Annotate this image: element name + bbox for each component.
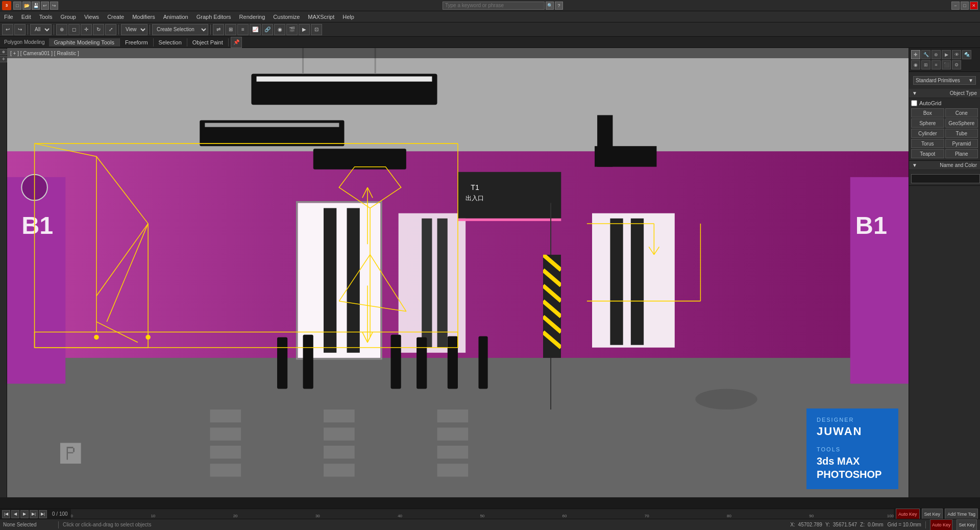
close-btn[interactable]: ✕ [970, 2, 978, 10]
tick-0: 0 [71, 514, 73, 518]
rp-tab-display[interactable]: 👁 [952, 50, 961, 59]
rp-tab-extra3[interactable]: ≡ [932, 60, 941, 69]
new-btn[interactable]: □ [13, 2, 21, 10]
render-setup-btn[interactable]: 🎬 [286, 24, 298, 35]
viewport-header: [ + ] [ Camera001 ] [ Realistic ] [7, 48, 909, 58]
undo-toolbar-btn[interactable]: ↩ [2, 24, 13, 35]
menu-views[interactable]: Views [80, 13, 103, 21]
name-color-header[interactable]: ▼ Name and Color [909, 161, 980, 170]
left-sidebar: ⊕ ✛ [0, 48, 7, 497]
menu-maxscript[interactable]: MAXScript [304, 13, 338, 21]
menu-animation[interactable]: Animation [159, 13, 192, 21]
align-btn[interactable]: ⊞ [225, 24, 236, 35]
create-selection-dropdown[interactable]: Create Selection [152, 24, 208, 35]
menu-help[interactable]: Help [338, 13, 358, 21]
help-icon[interactable]: ? [555, 2, 563, 10]
undo-btn[interactable]: ↩ [41, 2, 49, 10]
tab-freeform[interactable]: Freeform [120, 38, 154, 46]
auto-key-btn[interactable]: Auto Key [896, 509, 920, 520]
rp-tab-extra4[interactable]: ⬛ [942, 60, 951, 69]
cylinder-btn[interactable]: Cylinder [911, 129, 944, 138]
tab-selection[interactable]: Selection [154, 38, 187, 46]
rp-tab-create[interactable]: ✚ [911, 50, 920, 59]
menu-edit[interactable]: Edit [17, 13, 35, 21]
rp-tab-extra1[interactable]: ◉ [911, 60, 920, 69]
scale-btn[interactable]: ⤢ [105, 24, 116, 35]
goto-start-btn[interactable]: |◀ [2, 510, 10, 518]
torus-btn[interactable]: Torus [911, 139, 944, 148]
rotate-btn[interactable]: ↻ [93, 24, 104, 35]
x-value: 45702.789 [798, 522, 822, 527]
menu-file[interactable]: File [0, 13, 17, 21]
search-input[interactable] [443, 2, 545, 10]
open-btn[interactable]: 📂 [22, 2, 31, 10]
tick-100: 100 [887, 514, 894, 518]
pin-btn[interactable]: 📌 [231, 37, 242, 48]
object-type-header[interactable]: ▼ Object Type [909, 89, 980, 98]
goto-end-btn[interactable]: ▶| [39, 510, 47, 518]
box-btn[interactable]: Box [911, 108, 944, 117]
timeline-track[interactable]: 0 10 20 30 40 50 60 70 80 90 100 [71, 509, 894, 519]
rp-tab-modify[interactable]: 🔧 [921, 50, 930, 59]
plane-btn[interactable]: Plane [945, 149, 978, 158]
object-name-input[interactable] [911, 174, 980, 183]
svg-rect-36 [458, 219, 561, 221]
add-time-tag-btn[interactable]: Add Time Tag [945, 509, 978, 520]
schematic-btn[interactable]: 🔗 [262, 24, 273, 35]
name-color-expand-icon: ▼ [912, 162, 917, 168]
rp-tab-motion[interactable]: ▶ [942, 50, 951, 59]
rp-tab-hierarchy[interactable]: ⊕ [932, 50, 941, 59]
view-dropdown[interactable]: View [121, 24, 148, 35]
svg-rect-64 [210, 409, 241, 422]
rp-tab-extra2[interactable]: ⊞ [921, 60, 930, 69]
rp-tab-extra5[interactable]: ⚙ [952, 60, 961, 69]
standard-primitives-dropdown[interactable]: Standard Primitives ▼ [913, 76, 976, 85]
menu-modifiers[interactable]: Modifiers [128, 13, 159, 21]
svg-rect-75 [437, 464, 469, 476]
tick-80: 80 [727, 514, 731, 518]
toolbar-sep-4 [150, 25, 150, 35]
redo-toolbar-btn[interactable]: ↪ [14, 24, 26, 35]
next-frame-btn[interactable]: ▶| [30, 510, 38, 518]
set-key-btn[interactable]: Set Key [922, 509, 943, 520]
move-btn[interactable]: ✛ [81, 24, 92, 35]
tab-graphite-modeling[interactable]: Graphite Modeling Tools [49, 38, 120, 46]
viewport-canvas[interactable]: B1 B1 [7, 48, 909, 497]
redo-btn[interactable]: ↪ [50, 2, 58, 10]
menu-create[interactable]: Create [103, 13, 128, 21]
search-icon[interactable]: 🔍 [546, 2, 554, 10]
layer-btn[interactable]: ≡ [237, 24, 249, 35]
autogrid-checkbox[interactable] [911, 100, 917, 106]
pyramid-btn[interactable]: Pyramid [945, 139, 978, 148]
sphere-btn[interactable]: Sphere [911, 118, 944, 128]
viewport[interactable]: [ + ] [ Camera001 ] [ Realistic ] [7, 48, 909, 497]
render-last-btn[interactable]: ⊡ [311, 24, 322, 35]
tick-40: 40 [398, 514, 402, 518]
teapot-btn[interactable]: Teapot [911, 149, 944, 158]
menu-group[interactable]: Group [56, 13, 80, 21]
render-btn[interactable]: ▶ [299, 24, 310, 35]
setkey-status-btn[interactable]: Set Key [957, 519, 977, 531]
rp-tab-utilities[interactable]: 🔩 [962, 50, 971, 59]
curve-editor-btn[interactable]: 📈 [250, 24, 261, 35]
mirror-btn[interactable]: ⇌ [213, 24, 224, 35]
save-btn[interactable]: 💾 [32, 2, 40, 10]
menu-rendering[interactable]: Rendering [235, 13, 270, 21]
tab-object-paint[interactable]: Object Paint [187, 38, 229, 46]
maximize-btn[interactable]: □ [961, 2, 969, 10]
menu-graph-editors[interactable]: Graph Editors [192, 13, 235, 21]
cone-btn[interactable]: Cone [945, 108, 978, 117]
menu-customize[interactable]: Customize [269, 13, 304, 21]
minimize-btn[interactable]: − [951, 2, 960, 10]
autokey-status-btn[interactable]: Auto Key [930, 519, 953, 531]
prev-frame-btn[interactable]: ◀ [11, 510, 19, 518]
tube-btn[interactable]: Tube [945, 129, 978, 138]
select-region-btn[interactable]: ◻ [68, 24, 80, 35]
svg-rect-15 [850, 177, 909, 384]
filter-dropdown[interactable]: All [30, 24, 52, 35]
material-btn[interactable]: ◉ [274, 24, 285, 35]
play-btn[interactable]: ▶ [20, 510, 29, 518]
select-obj-btn[interactable]: ⊕ [56, 24, 67, 35]
menu-tools[interactable]: Tools [35, 13, 57, 21]
geosphere-btn[interactable]: GeoSphere [945, 118, 978, 128]
